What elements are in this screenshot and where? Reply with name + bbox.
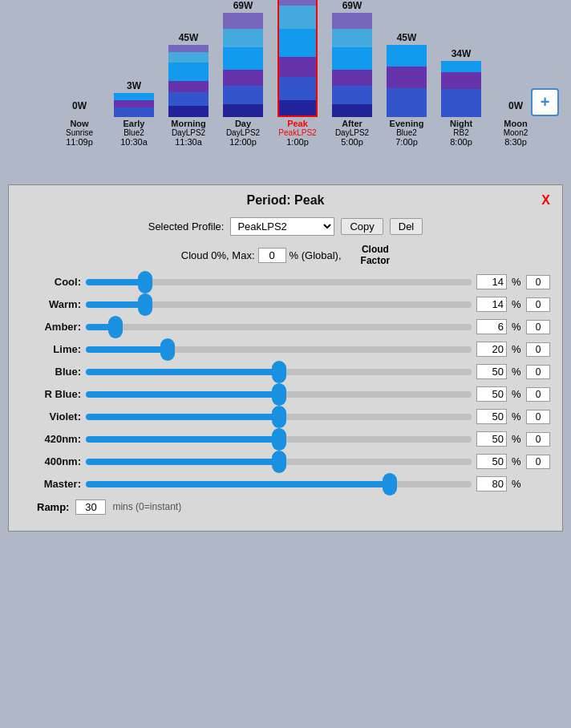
bar-segment <box>168 81 209 92</box>
slider-value-rblue[interactable] <box>476 386 507 402</box>
slider-input-blue[interactable] <box>86 369 472 375</box>
bar-segment <box>279 29 316 57</box>
copy-button[interactable]: Copy <box>341 218 383 235</box>
slider-track-warm <box>86 296 472 313</box>
time-label-after: 5:00p <box>341 137 363 147</box>
add-period-button[interactable]: + <box>531 88 559 116</box>
slider-row-rblue: R Blue:% <box>21 386 550 403</box>
bar-segment <box>332 86 372 104</box>
bar-group-now[interactable]: 0WNowSunrise11:09p <box>52 100 107 147</box>
slider-pct-lime: % <box>512 343 521 355</box>
slider-track-rblue <box>86 386 472 403</box>
slider-input-amber[interactable] <box>86 324 472 330</box>
bar-visual-evening <box>387 45 427 117</box>
bar-group-night[interactable]: 34WNightRB28:00p <box>434 48 488 147</box>
slider-label-master: Master: <box>21 478 81 490</box>
profile-select[interactable]: PeakLPS2DayLPS2Blue2RB2Moon2 <box>230 217 334 236</box>
bar-visual-peak <box>277 0 318 117</box>
slider-value-cool[interactable] <box>476 274 507 289</box>
slider-value-warm[interactable] <box>476 297 507 312</box>
bar-group-early[interactable]: 3WEarlyBlue210:30a <box>107 80 161 147</box>
slider-track-lime <box>86 341 472 358</box>
cloud-factor-input-rblue[interactable] <box>526 387 550 402</box>
slider-input-cool[interactable] <box>86 279 472 285</box>
dialog-title-bar: Period: Peak X <box>21 193 550 208</box>
cloud-factor-input-blue[interactable] <box>526 365 550 379</box>
bars-container: 0WNowSunrise11:09p3WEarlyBlue210:30a45WM… <box>8 6 563 147</box>
bar-segment <box>168 45 209 52</box>
time-label-day: 12:00p <box>229 137 257 147</box>
period-dialog: Period: Peak X Selected Profile: PeakLPS… <box>8 184 563 532</box>
bar-group-day[interactable]: 69WDayDayLPS212:00p <box>216 0 270 147</box>
slider-value-nm420[interactable] <box>476 431 507 447</box>
slider-label-violet: Violet: <box>21 411 81 423</box>
bar-group-evening[interactable]: 45WEveningBlue27:00p <box>379 32 434 147</box>
slider-track-master <box>86 475 472 493</box>
bar-segment <box>114 100 154 107</box>
bar-group-peak[interactable]: 96WPeakPeakLPS21:00p <box>270 0 325 147</box>
slider-row-nm400: 400nm:% <box>21 453 550 471</box>
time-label-moon: 8:30p <box>504 137 527 147</box>
bar-visual-after <box>332 13 372 117</box>
cloud-factor-input-lime[interactable] <box>526 342 550 357</box>
slider-input-warm[interactable] <box>86 301 472 308</box>
slider-row-cool: Cool:% <box>21 273 550 291</box>
slider-input-lime[interactable] <box>86 346 472 353</box>
ramp-row: Ramp: mins (0=instant) <box>37 499 550 515</box>
bar-segment <box>387 67 427 88</box>
sub-label-moon: Moon2 <box>504 128 528 137</box>
slider-input-nm420[interactable] <box>86 436 472 443</box>
bar-segment <box>223 86 263 104</box>
cloud-input[interactable] <box>258 248 286 263</box>
slider-value-violet[interactable] <box>476 409 507 424</box>
bar-visual-now <box>59 113 99 117</box>
period-label-after: After <box>342 119 362 128</box>
slider-value-master[interactable] <box>476 476 507 491</box>
cloud-factor-input-nm420[interactable] <box>526 432 550 447</box>
slider-label-nm420: 420nm: <box>21 433 81 445</box>
ramp-hint: mins (0=instant) <box>112 501 181 512</box>
cloud-factor-input-cool[interactable] <box>526 275 550 289</box>
slider-value-amber[interactable] <box>476 319 507 334</box>
bar-group-morning[interactable]: 45WMorningDayLPS211:30a <box>161 32 216 147</box>
cloud-factor-input-nm400[interactable] <box>526 455 550 469</box>
slider-label-nm400: 400nm: <box>21 455 81 467</box>
bar-segment <box>441 89 481 117</box>
bar-segment <box>168 92 209 107</box>
slider-input-violet[interactable] <box>86 414 472 420</box>
slider-pct-rblue: % <box>512 388 521 400</box>
cloud-factor-input-warm[interactable] <box>526 297 550 312</box>
slider-pct-nm420: % <box>512 433 521 445</box>
slider-value-lime[interactable] <box>476 342 507 357</box>
cloud-row: Cloud 0%, Max: % (Global), CloudFactor <box>21 244 550 267</box>
time-label-early: 10:30a <box>120 137 148 147</box>
bar-segment <box>279 57 316 76</box>
slider-label-rblue: R Blue: <box>21 388 81 400</box>
bar-group-after[interactable]: 69WAfterDayLPS25:00p <box>325 0 379 147</box>
timeline-area: 0WNowSunrise11:09p3WEarlyBlue210:30a45WM… <box>0 0 571 184</box>
period-label-evening: Evening <box>390 119 424 128</box>
time-label-peak: 1:00p <box>286 137 309 147</box>
period-label-early: Early <box>124 119 145 128</box>
slider-input-nm400[interactable] <box>86 459 472 465</box>
sub-label-now: Sunrise <box>66 128 93 137</box>
cloud-factor-input-violet[interactable] <box>526 410 550 424</box>
slider-pct-warm: % <box>512 298 521 310</box>
del-button[interactable]: Del <box>390 218 423 235</box>
slider-pct-master: % <box>512 478 521 490</box>
slider-pct-violet: % <box>512 411 521 423</box>
slider-value-blue[interactable] <box>476 364 507 379</box>
dialog-close-button[interactable]: X <box>541 193 550 208</box>
bar-visual-morning <box>168 45 209 117</box>
slider-input-master[interactable] <box>86 481 472 487</box>
slider-input-rblue[interactable] <box>86 391 472 398</box>
cloud-factor-input-amber[interactable] <box>526 320 550 334</box>
period-label-moon: Moon <box>504 119 527 128</box>
slider-pct-cool: % <box>512 276 521 288</box>
time-label-night: 8:00p <box>450 137 472 147</box>
slider-value-nm400[interactable] <box>476 454 507 469</box>
dialog-title: Period: Peak <box>247 193 325 208</box>
ramp-input[interactable] <box>75 499 106 515</box>
bar-segment <box>223 13 263 29</box>
bar-visual-night <box>441 61 481 117</box>
